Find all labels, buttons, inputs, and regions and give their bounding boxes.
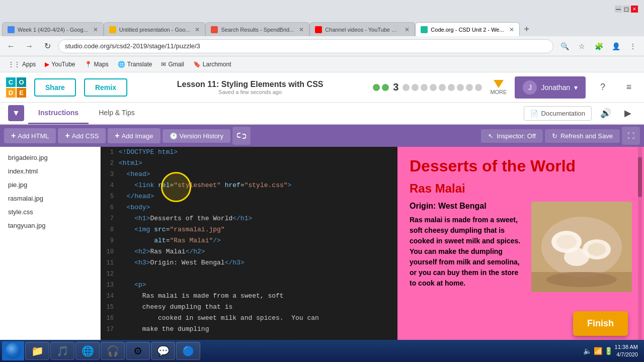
spendbridge-favicon xyxy=(211,26,218,33)
fullscreen-button[interactable]: ⛶ xyxy=(622,127,640,145)
tab-slides-close[interactable]: ✕ xyxy=(195,26,200,33)
tab-instructions[interactable]: Instructions xyxy=(28,102,89,124)
code-line-5: 5 </head> xyxy=(101,191,397,202)
profile-icon[interactable]: 👤 xyxy=(609,39,623,53)
address-bar-row: ← → ↻ 🔍 ☆ 🧩 👤 ⋮ xyxy=(0,36,644,56)
file-item-brigadeiro[interactable]: brigadeiro.jpg xyxy=(0,151,100,164)
logo-c: C xyxy=(6,77,16,87)
link-button[interactable] xyxy=(232,127,251,145)
tab-google[interactable]: Week 1 (4/20-4/24) - Goog... ✕ xyxy=(2,22,104,36)
logo-o: O xyxy=(17,77,26,87)
tab-help[interactable]: Help & Tips xyxy=(89,102,145,124)
refresh-save-button[interactable]: ↻ Refresh and Save xyxy=(545,129,620,143)
bookmark-icon-btn[interactable]: ☆ xyxy=(575,39,589,53)
menu-icon[interactable]: ⋮ xyxy=(626,39,640,53)
progress-dot-2 xyxy=(382,84,389,91)
back-button[interactable]: ← xyxy=(4,39,18,53)
clock: 11:38 AM 4/7/2020 xyxy=(615,343,638,359)
lesson-saved: Saved a few seconds ago xyxy=(135,89,365,95)
taskbar-spotify[interactable]: 🎧 xyxy=(101,342,125,360)
remix-button[interactable]: Remix xyxy=(84,78,127,97)
bookmark-larchmont[interactable]: 🔖 Larchmont xyxy=(189,60,235,69)
scroll-thumb[interactable] xyxy=(638,157,642,197)
progress-dots-remaining xyxy=(403,84,482,91)
extension-icon[interactable]: 🧩 xyxy=(592,39,606,53)
bookmark-gmail[interactable]: ✉ Gmail xyxy=(157,60,188,69)
add-image-button[interactable]: + Add Image xyxy=(108,128,160,143)
youtube-label: YouTube xyxy=(51,61,75,68)
app2-icon: 💬 xyxy=(157,345,170,357)
taskbar-app3[interactable]: 🔵 xyxy=(176,342,200,360)
taskbar-explorer[interactable]: 📁 xyxy=(25,342,49,360)
more-triangle-icon xyxy=(494,80,504,88)
file-item-index[interactable]: index.html xyxy=(0,164,100,178)
code-line-7: 7 <h1>Desserts of the World</h1> xyxy=(101,213,397,224)
spotify-icon: 🎧 xyxy=(107,345,119,357)
menu-icon-button[interactable]: ≡ xyxy=(620,78,638,97)
file-item-rasmalai[interactable]: rasmalai.jpg xyxy=(0,192,100,205)
forward-button[interactable]: → xyxy=(22,39,36,53)
bookmark-apps[interactable]: ⋮⋮ Apps xyxy=(4,60,40,69)
reload-button[interactable]: ↻ xyxy=(40,39,54,53)
bookmark-youtube[interactable]: ▶ YouTube xyxy=(41,60,79,69)
start-button[interactable] xyxy=(2,341,24,360)
translate-icon: 🌐 xyxy=(118,61,125,68)
code-editor[interactable]: 1 <!DOCTYPE html> 2 <html> 3 <head> 4 <l… xyxy=(101,147,397,344)
documentation-button[interactable]: 📄 Documentation xyxy=(524,106,592,121)
progress-section: 3 xyxy=(373,81,482,93)
preview-h3: Origin: West Bengal xyxy=(410,202,523,211)
taskbar-chrome[interactable]: 🌐 xyxy=(75,342,100,360)
section-toggle-button[interactable]: ▼ xyxy=(8,105,24,121)
audio-button[interactable]: 🔊 xyxy=(598,105,614,121)
preview-image xyxy=(531,202,632,292)
tab-youtube[interactable]: Channel videos - YouTube S... ✕ xyxy=(309,22,415,36)
file-item-tangyuan[interactable]: tangyuan.jpg xyxy=(0,219,100,232)
code-line-1: 1 <!DOCTYPE html> xyxy=(101,147,397,158)
user-button[interactable]: J Jonathan ▾ xyxy=(515,76,586,99)
maximize-button[interactable]: □ xyxy=(623,6,630,13)
search-icon-btn[interactable]: 🔍 xyxy=(557,39,572,53)
main-content: brigadeiro.jpg index.html pie.jpg rasmal… xyxy=(0,147,644,344)
tab-spendbridge[interactable]: Search Results - SpendBrid... ✕ xyxy=(205,22,309,36)
bookmark-translate[interactable]: 🌐 Translate xyxy=(114,60,156,69)
new-tab-button[interactable]: + xyxy=(520,22,534,36)
close-button[interactable]: ✕ xyxy=(631,6,638,13)
finish-button[interactable]: Finish xyxy=(573,311,628,336)
tab-codeorg-close[interactable]: ✕ xyxy=(509,26,514,33)
taskbar-app2[interactable]: 💬 xyxy=(151,342,175,360)
add-css-button[interactable]: + Add CSS xyxy=(58,128,106,143)
tab-google-close[interactable]: ✕ xyxy=(93,26,98,33)
progress-dot-1 xyxy=(373,84,380,91)
scroll-handle[interactable] xyxy=(638,147,642,344)
inspector-button[interactable]: ↖ Inspector: Off xyxy=(481,129,543,143)
tab-slides[interactable]: Untitled presentation - Goo... ✕ xyxy=(104,22,206,36)
file-item-stylecss[interactable]: style.css xyxy=(0,205,100,219)
version-history-button[interactable]: 🕐 Version History xyxy=(163,129,230,143)
taskbar-player[interactable]: 🎵 xyxy=(50,342,74,360)
user-avatar: J xyxy=(523,80,537,95)
address-input[interactable] xyxy=(58,39,553,53)
taskbar-app1[interactable]: ⚙ xyxy=(126,342,150,360)
help-icon-button[interactable]: ? xyxy=(594,78,612,97)
file-sidebar: brigadeiro.jpg index.html pie.jpg rasmal… xyxy=(0,147,101,344)
play-button[interactable]: ▶ xyxy=(620,105,636,121)
share-button[interactable]: Share xyxy=(34,78,76,97)
refresh-save-label: Refresh and Save xyxy=(560,132,613,140)
apps-label: Apps xyxy=(22,61,36,68)
media-player-icon: 🎵 xyxy=(56,345,69,357)
speaker-icon: 🔈 xyxy=(583,347,592,355)
more-button[interactable]: MORE xyxy=(490,80,507,95)
taskbar: 📁 🎵 🌐 🎧 ⚙ 💬 🔵 🔈 📶 🔋 11:38 AM 4/7/2020 xyxy=(0,340,644,362)
progress-dot-9 xyxy=(448,84,455,91)
version-clock-icon: 🕐 xyxy=(170,132,178,140)
add-css-label: Add CSS xyxy=(72,132,99,140)
bookmark-maps[interactable]: 📍 Maps xyxy=(80,60,113,69)
file-item-pie[interactable]: pie.jpg xyxy=(0,178,100,192)
add-html-button[interactable]: + Add HTML xyxy=(4,128,56,143)
minimize-button[interactable]: ─ xyxy=(615,6,622,13)
svg-point-4 xyxy=(564,248,589,266)
add-html-plus-icon: + xyxy=(11,131,16,140)
tab-youtube-close[interactable]: ✕ xyxy=(405,26,410,33)
tab-codeorg[interactable]: Code.org - CSD Unit 2 - We... ✕ xyxy=(415,22,519,36)
tab-spendbridge-close[interactable]: ✕ xyxy=(299,26,304,33)
